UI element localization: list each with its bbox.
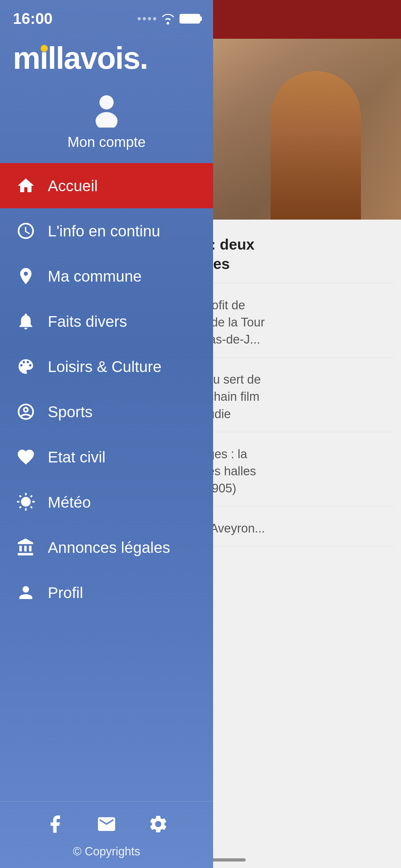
sidebar-item-annonces-legales[interactable]: Annonces légales bbox=[0, 525, 213, 570]
sidebar-item-profil[interactable]: Profil bbox=[0, 570, 213, 615]
sidebar-item-ma-commune[interactable]: Ma commune bbox=[0, 253, 213, 299]
sidebar-item-label: Accueil bbox=[48, 177, 98, 195]
sidebar-item-label: Annonces légales bbox=[48, 538, 170, 556]
article-item: profit den de la TourPas-de-J... bbox=[201, 283, 395, 358]
settings-button[interactable] bbox=[145, 811, 171, 837]
sun-icon bbox=[14, 491, 37, 514]
copyright-text: © Copyrights bbox=[13, 845, 200, 858]
sidebar-item-label: Etat civil bbox=[48, 448, 105, 466]
sidebar-item-loisirs-culture[interactable]: Loisirs & Culture bbox=[0, 344, 213, 389]
article-title: r : deuxilles bbox=[201, 235, 395, 274]
clock-icon bbox=[14, 219, 37, 243]
svg-point-1 bbox=[96, 112, 118, 128]
article-item: ages : lades halles(1905) bbox=[201, 432, 395, 507]
sidebar-item-label: Ma commune bbox=[48, 268, 142, 285]
sidebar-item-label: Profil bbox=[48, 584, 83, 601]
status-bar: 16:00 bbox=[0, 0, 213, 31]
wifi-icon bbox=[161, 13, 175, 25]
facebook-button[interactable] bbox=[42, 811, 68, 837]
article-image bbox=[194, 39, 401, 220]
sports-icon bbox=[14, 400, 37, 423]
account-section[interactable]: Mon compte bbox=[0, 82, 213, 163]
sidebar-item-sports[interactable]: Sports bbox=[0, 389, 213, 434]
article-excerpt: profit den de la TourPas-de-J... bbox=[201, 297, 395, 348]
sidebar-item-label: Sports bbox=[48, 403, 93, 421]
article-item: d'Aveyron... bbox=[201, 506, 395, 547]
location-icon bbox=[14, 265, 37, 288]
heart-icon bbox=[14, 445, 37, 469]
social-icons bbox=[13, 811, 200, 837]
sidebar-item-label: L'info en continu bbox=[48, 222, 160, 240]
sidebar-item-label: Loisirs & Culture bbox=[48, 358, 161, 376]
nav-menu: Accueil L'info en continu Ma commune Fai… bbox=[0, 163, 213, 801]
sidebar-item-meteo[interactable]: Météo bbox=[0, 479, 213, 525]
avatar bbox=[87, 89, 126, 131]
sidebar-item-faits-divers[interactable]: Faits divers bbox=[0, 299, 213, 344]
sidebar-item-accueil[interactable]: Accueil bbox=[0, 163, 213, 208]
status-time: 16:00 bbox=[13, 10, 53, 27]
status-icons bbox=[137, 13, 200, 25]
building-icon bbox=[14, 536, 37, 559]
article-item: r : deuxilles bbox=[201, 226, 395, 283]
article-excerpt: ages : lades halles(1905) bbox=[201, 445, 395, 497]
bottom-bar: © Copyrights bbox=[0, 801, 213, 868]
article-item: llau sert deochain filmnudie bbox=[201, 358, 395, 432]
person-icon bbox=[14, 581, 37, 604]
logo-dot bbox=[41, 45, 48, 52]
mail-button[interactable] bbox=[94, 811, 120, 837]
article-excerpt: d'Aveyron... bbox=[201, 520, 395, 537]
articles-list: r : deuxilles profit den de la TourPas-d… bbox=[194, 220, 401, 553]
navigation-drawer: 16:00 millavois. bbox=[0, 0, 213, 868]
palette-icon bbox=[14, 355, 37, 378]
account-label: Mon compte bbox=[67, 134, 146, 150]
sidebar-item-label: Météo bbox=[48, 493, 91, 511]
svg-point-0 bbox=[99, 95, 114, 110]
logo-area: millavois. bbox=[0, 31, 213, 82]
signal-icon bbox=[137, 17, 156, 20]
bell-icon bbox=[14, 310, 37, 333]
article-excerpt: llau sert deochain filmnudie bbox=[201, 371, 395, 423]
sidebar-item-label: Faits divers bbox=[48, 313, 127, 330]
home-icon bbox=[14, 174, 37, 197]
sidebar-item-info-continu[interactable]: L'info en continu bbox=[0, 208, 213, 253]
app-logo: millavois. bbox=[13, 40, 148, 76]
sidebar-item-etat-civil[interactable]: Etat civil bbox=[0, 434, 213, 479]
